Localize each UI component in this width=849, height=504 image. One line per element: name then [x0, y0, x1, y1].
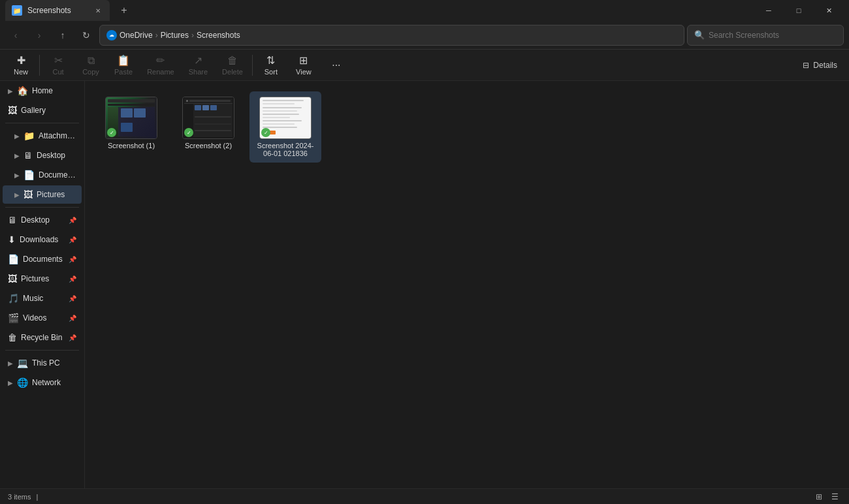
sidebar-divider-2 [5, 207, 79, 208]
file-check-2: ✓ [184, 128, 193, 137]
status-view-icons: ⊞ ☰ [812, 490, 841, 503]
sidebar-item-gallery[interactable]: 🖼 Gallery [3, 101, 82, 119]
maximize-button[interactable]: □ [784, 0, 814, 21]
expand-icon: ▶ [8, 87, 13, 95]
share-icon: ↗ [194, 54, 202, 67]
sidebar-item-network[interactable]: ▶ 🌐 Network [3, 373, 82, 392]
sidebar-desktop-label: Desktop [37, 151, 76, 160]
new-label: New [14, 68, 28, 76]
details-button[interactable]: ⊟ Details [796, 55, 844, 76]
sort-label: Sort [264, 68, 278, 76]
details-icon: ⊟ [803, 61, 809, 70]
pin-icon-pictures: 📌 [69, 276, 76, 283]
breadcrumb-onedrive[interactable]: ☁ OneDrive [106, 30, 153, 40]
sidebar-item-documents[interactable]: ▶ 📄 Documents [3, 166, 82, 184]
file-item-screenshot2[interactable]: ✓ Screenshot (2) [172, 91, 244, 163]
expand-icon-thispc: ▶ [8, 360, 13, 367]
forward-button[interactable]: › [29, 25, 50, 46]
tab-close-button[interactable]: ✕ [93, 5, 103, 16]
sort-icon: ⇅ [266, 54, 275, 67]
delete-icon: 🗑 [227, 55, 238, 67]
sidebar-item-recycle[interactable]: 🗑 Recycle Bin 📌 [3, 328, 82, 347]
breadcrumb-pictures[interactable]: Pictures [161, 31, 189, 40]
sidebar-divider-3 [5, 350, 79, 351]
search-input[interactable] [709, 31, 837, 40]
toolbar: ✚ New ✂ Cut ⧉ Copy 📋 Paste ✏ Rename ↗ Sh… [0, 50, 849, 81]
toolbar-separator-2 [252, 55, 253, 76]
toolbar-separator-1 [39, 55, 40, 76]
sidebar-item-home[interactable]: ▶ 🏠 Home [3, 82, 82, 100]
file-item-screenshot3[interactable]: ✓ Screenshot 2024-06-01 021836 [249, 91, 321, 163]
address-bar: ‹ › ↑ ↻ ☁ OneDrive › Pictures › Screensh… [0, 21, 849, 50]
gallery-icon: 🖼 [8, 105, 17, 116]
sidebar-network-label: Network [32, 378, 76, 387]
window-controls: ─ □ ✕ [754, 0, 844, 21]
new-icon: ✚ [17, 54, 25, 67]
search-box[interactable]: 🔍 [687, 25, 844, 46]
sidebar-music-label: Music [23, 294, 65, 303]
file-thumb-2: ✓ [182, 97, 234, 139]
sidebar-item-desktop-pin[interactable]: 🖥 Desktop 📌 [3, 211, 82, 229]
paste-button[interactable]: 📋 Paste [108, 51, 139, 80]
sidebar-item-thispc[interactable]: ▶ 💻 This PC [3, 354, 82, 372]
pin-icon-music: 📌 [69, 295, 76, 302]
sidebar-desktop-pin-label: Desktop [21, 215, 65, 225]
more-icon: ··· [332, 59, 340, 71]
sidebar-pictures-label: Pictures [37, 190, 76, 199]
close-button[interactable]: ✕ [814, 0, 844, 21]
sidebar-documents-label: Documents [39, 170, 76, 180]
file-name-1: Screenshot (1) [108, 142, 155, 150]
up-button[interactable]: ↑ [52, 25, 73, 46]
refresh-button[interactable]: ↻ [76, 25, 97, 46]
sidebar-item-pictures-pin[interactable]: 🖼 Pictures 📌 [3, 270, 82, 288]
breadcrumb-sep-1: › [155, 31, 158, 40]
sidebar-home-label: Home [32, 86, 76, 95]
sidebar-recycle-label: Recycle Bin [21, 333, 65, 342]
copy-button[interactable]: ⧉ Copy [75, 51, 106, 80]
more-button[interactable]: ··· [321, 51, 352, 80]
pictures-pin-icon: 🖼 [8, 274, 17, 284]
breadcrumb[interactable]: ☁ OneDrive › Pictures › Screenshots [99, 25, 684, 46]
sidebar-item-desktop[interactable]: ▶ 🖥 Desktop [3, 146, 82, 165]
active-tab[interactable]: 📁 Screenshots ✕ [5, 0, 110, 21]
sidebar-item-music[interactable]: 🎵 Music 📌 [3, 289, 82, 307]
desktop-pin-icon: 🖥 [8, 215, 17, 225]
sidebar-item-pictures[interactable]: ▶ 🖼 Pictures [3, 185, 82, 204]
title-bar: 📁 Screenshots ✕ + ─ □ ✕ [0, 0, 849, 21]
expand-icon-docs: ▶ [14, 172, 20, 179]
sidebar: ▶ 🏠 Home 🖼 Gallery ▶ 📁 Attachments ▶ 🖥 D… [0, 81, 85, 488]
sidebar-videos-label: Videos [23, 313, 65, 323]
sidebar-downloads-label: Downloads [20, 235, 65, 244]
details-label: Details [813, 61, 837, 70]
cut-button[interactable]: ✂ Cut [42, 51, 74, 80]
sidebar-item-documents-pin[interactable]: 📄 Documents 📌 [3, 250, 82, 268]
rename-button[interactable]: ✏ Rename [140, 51, 181, 80]
back-button[interactable]: ‹ [5, 25, 26, 46]
file-thumb-1: ✓ [105, 97, 157, 139]
copy-icon: ⧉ [88, 55, 95, 67]
new-tab-button[interactable]: + [115, 1, 133, 20]
status-list-view-button[interactable]: ☰ [828, 490, 841, 503]
sidebar-item-downloads[interactable]: ⬇ Downloads 📌 [3, 230, 82, 249]
view-label: View [296, 68, 312, 76]
status-grid-view-button[interactable]: ⊞ [812, 490, 825, 503]
videos-icon: 🎬 [8, 313, 19, 323]
sidebar-gallery-label: Gallery [21, 106, 76, 115]
sidebar-item-videos[interactable]: 🎬 Videos 📌 [3, 309, 82, 327]
new-button[interactable]: ✚ New [5, 51, 37, 80]
file-name-2: Screenshot (2) [185, 142, 232, 150]
file-item-screenshot1[interactable]: ✓ Screenshot (1) [95, 91, 167, 163]
minimize-button[interactable]: ─ [754, 0, 784, 21]
file-check-3: ✓ [261, 128, 270, 137]
breadcrumb-screenshots[interactable]: Screenshots [197, 31, 240, 40]
pin-icon-downloads: 📌 [69, 236, 76, 244]
view-button[interactable]: ⊞ View [288, 51, 319, 80]
status-dot: | [36, 493, 38, 501]
sidebar-item-attachments[interactable]: ▶ 📁 Attachments [3, 127, 82, 145]
sidebar-attachments-label: Attachments [39, 131, 76, 140]
file-check-1: ✓ [107, 128, 116, 137]
sort-button[interactable]: ⇅ Sort [255, 51, 287, 80]
delete-button[interactable]: 🗑 Delete [216, 51, 249, 80]
documents-icon: 📄 [24, 170, 35, 180]
share-button[interactable]: ↗ Share [182, 51, 214, 80]
